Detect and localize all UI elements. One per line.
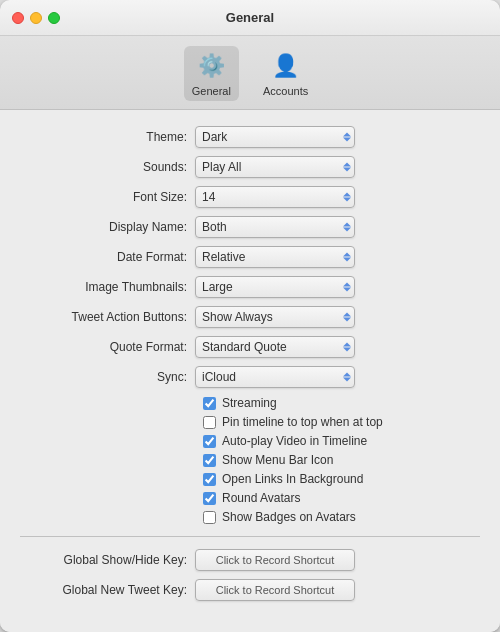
display-name-label: Display Name: xyxy=(20,220,195,234)
checkbox-menu-bar-row: Show Menu Bar Icon xyxy=(203,453,480,467)
maximize-button[interactable] xyxy=(48,12,60,24)
checkbox-menu-bar[interactable] xyxy=(203,454,216,467)
checkbox-pin-timeline-row: Pin timeline to top when at top xyxy=(203,415,480,429)
accounts-icon: 👤 xyxy=(270,50,302,82)
title-bar: General xyxy=(0,0,500,36)
sync-control: iCloud None xyxy=(195,366,480,388)
new-tweet-key-label: Global New Tweet Key: xyxy=(20,583,195,597)
date-format-select-wrapper: Relative Absolute xyxy=(195,246,355,268)
display-name-select[interactable]: Both Username Full Name xyxy=(195,216,355,238)
date-format-label: Date Format: xyxy=(20,250,195,264)
sync-select-wrapper: iCloud None xyxy=(195,366,355,388)
new-tweet-key-button[interactable]: Click to Record Shortcut xyxy=(195,579,355,601)
image-thumbnails-label: Image Thumbnails: xyxy=(20,280,195,294)
font-size-select-wrapper: 14 12 16 xyxy=(195,186,355,208)
sync-row: Sync: iCloud None xyxy=(20,366,480,388)
show-hide-key-button[interactable]: Click to Record Shortcut xyxy=(195,549,355,571)
image-thumbnails-row: Image Thumbnails: Large Small None xyxy=(20,276,480,298)
quote-format-row: Quote Format: Standard Quote Retweet wit… xyxy=(20,336,480,358)
checkbox-open-links[interactable] xyxy=(203,473,216,486)
date-format-row: Date Format: Relative Absolute xyxy=(20,246,480,268)
checkbox-show-badges[interactable] xyxy=(203,511,216,524)
checkbox-open-links-label: Open Links In Background xyxy=(222,472,363,486)
theme-row: Theme: Dark Light xyxy=(20,126,480,148)
toolbar: ⚙️ General 👤 Accounts xyxy=(0,36,500,110)
checkbox-pin-timeline-label: Pin timeline to top when at top xyxy=(222,415,383,429)
image-thumbnails-control: Large Small None xyxy=(195,276,480,298)
font-size-label: Font Size: xyxy=(20,190,195,204)
checkbox-autoplay-label: Auto-play Video in Timeline xyxy=(222,434,367,448)
close-button[interactable] xyxy=(12,12,24,24)
window-title: General xyxy=(226,10,274,25)
date-format-select[interactable]: Relative Absolute xyxy=(195,246,355,268)
shortcuts-section: Global Show/Hide Key: Click to Record Sh… xyxy=(20,549,480,601)
quote-format-control: Standard Quote Retweet with Comment xyxy=(195,336,480,358)
theme-control: Dark Light xyxy=(195,126,480,148)
sounds-row: Sounds: Play All None xyxy=(20,156,480,178)
sounds-control: Play All None xyxy=(195,156,480,178)
sounds-label: Sounds: xyxy=(20,160,195,174)
new-tweet-key-row: Global New Tweet Key: Click to Record Sh… xyxy=(20,579,480,601)
checkbox-streaming-row: Streaming xyxy=(203,396,480,410)
toolbar-item-accounts[interactable]: 👤 Accounts xyxy=(255,46,316,101)
checkbox-round-avatars-row: Round Avatars xyxy=(203,491,480,505)
settings-content: Theme: Dark Light Sounds: xyxy=(0,110,500,632)
tweet-action-buttons-row: Tweet Action Buttons: Show Always Show o… xyxy=(20,306,480,328)
display-name-select-wrapper: Both Username Full Name xyxy=(195,216,355,238)
checkbox-streaming-label: Streaming xyxy=(222,396,277,410)
show-hide-key-row: Global Show/Hide Key: Click to Record Sh… xyxy=(20,549,480,571)
image-thumbnails-select-wrapper: Large Small None xyxy=(195,276,355,298)
minimize-button[interactable] xyxy=(30,12,42,24)
theme-label: Theme: xyxy=(20,130,195,144)
sync-label: Sync: xyxy=(20,370,195,384)
show-hide-key-label: Global Show/Hide Key: xyxy=(20,553,195,567)
checkbox-pin-timeline[interactable] xyxy=(203,416,216,429)
toolbar-label-general: General xyxy=(192,85,231,97)
image-thumbnails-select[interactable]: Large Small None xyxy=(195,276,355,298)
quote-format-label: Quote Format: xyxy=(20,340,195,354)
checkbox-streaming[interactable] xyxy=(203,397,216,410)
checkbox-autoplay[interactable] xyxy=(203,435,216,448)
general-icon: ⚙️ xyxy=(195,50,227,82)
font-size-control: 14 12 16 xyxy=(195,186,480,208)
tweet-action-buttons-label: Tweet Action Buttons: xyxy=(20,310,195,324)
tweet-action-buttons-select[interactable]: Show Always Show on Hover xyxy=(195,306,355,328)
date-format-control: Relative Absolute xyxy=(195,246,480,268)
checkbox-autoplay-row: Auto-play Video in Timeline xyxy=(203,434,480,448)
font-size-select[interactable]: 14 12 16 xyxy=(195,186,355,208)
checkbox-round-avatars-label: Round Avatars xyxy=(222,491,301,505)
checkbox-open-links-row: Open Links In Background xyxy=(203,472,480,486)
sounds-select-wrapper: Play All None xyxy=(195,156,355,178)
theme-select-wrapper: Dark Light xyxy=(195,126,355,148)
tweet-action-buttons-control: Show Always Show on Hover xyxy=(195,306,480,328)
theme-select[interactable]: Dark Light xyxy=(195,126,355,148)
toolbar-label-accounts: Accounts xyxy=(263,85,308,97)
quote-format-select-wrapper: Standard Quote Retweet with Comment xyxy=(195,336,355,358)
checkbox-show-badges-row: Show Badges on Avatars xyxy=(203,510,480,524)
sync-select[interactable]: iCloud None xyxy=(195,366,355,388)
divider xyxy=(20,536,480,537)
traffic-lights xyxy=(12,12,60,24)
font-size-row: Font Size: 14 12 16 xyxy=(20,186,480,208)
sounds-select[interactable]: Play All None xyxy=(195,156,355,178)
checkbox-show-badges-label: Show Badges on Avatars xyxy=(222,510,356,524)
checkbox-menu-bar-label: Show Menu Bar Icon xyxy=(222,453,333,467)
quote-format-select[interactable]: Standard Quote Retweet with Comment xyxy=(195,336,355,358)
tweet-action-buttons-select-wrapper: Show Always Show on Hover xyxy=(195,306,355,328)
checkboxes-section: Streaming Pin timeline to top when at to… xyxy=(203,396,480,524)
display-name-control: Both Username Full Name xyxy=(195,216,480,238)
checkbox-round-avatars[interactable] xyxy=(203,492,216,505)
display-name-row: Display Name: Both Username Full Name xyxy=(20,216,480,238)
main-window: General ⚙️ General 👤 Accounts Theme: Dar… xyxy=(0,0,500,632)
toolbar-item-general[interactable]: ⚙️ General xyxy=(184,46,239,101)
